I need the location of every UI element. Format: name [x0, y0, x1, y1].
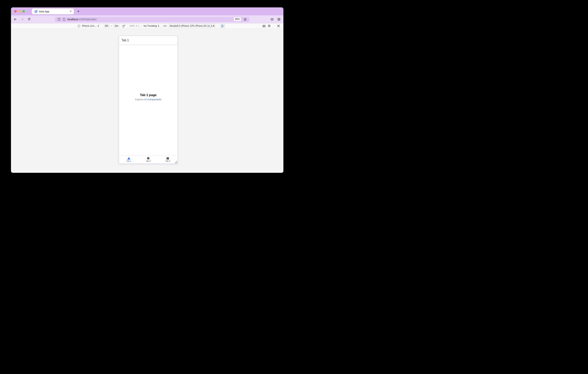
hamburger-icon [278, 18, 280, 21]
url-path: :4200/tabs/tab1 [78, 18, 97, 21]
rotate-phone-icon [122, 24, 126, 28]
ua-label: UA: [163, 25, 167, 27]
toolbar-separator [259, 23, 259, 29]
ionic-header: Tab 1 [119, 36, 178, 45]
chevron-updown-icon [158, 25, 159, 27]
url-text: localhost:4200/tabs/tab1 [67, 18, 97, 21]
throttling-selector[interactable]: No Throttling [144, 25, 159, 27]
browser-tab-ionic-app[interactable]: Ionic App × [32, 9, 74, 14]
subtitle-text: Explore [135, 98, 143, 101]
tab-title: Ionic App [39, 10, 69, 13]
page-info-icon[interactable] [63, 18, 65, 21]
minimize-window-button[interactable] [18, 10, 21, 13]
close-rdm-button[interactable] [276, 24, 281, 28]
maximize-window-button[interactable] [22, 10, 25, 13]
app-menu-button[interactable] [276, 17, 282, 22]
rdm-right-controls: ⚙ [257, 23, 281, 29]
back-arrow-icon [14, 18, 17, 21]
close-icon [277, 25, 280, 27]
device-selector-value: iPhone 12/1… [82, 25, 97, 27]
chevron-updown-icon [98, 25, 99, 27]
device-selector[interactable]: iPhone 12/1… [82, 25, 99, 27]
tab-label: Tab 2 [146, 160, 150, 162]
dpr-selector-value: DPR: 3 [130, 25, 137, 27]
toolbar-separator [218, 23, 218, 29]
tab-button-tab1[interactable]: Tab 1 [119, 156, 138, 163]
toolbar-separator [274, 23, 274, 29]
content-area: Tab 1 Tab 1 page Explore UI Components T… [11, 29, 284, 173]
touch-pointer-icon [221, 24, 224, 27]
dpr-selector[interactable]: DPR: 3 [130, 25, 140, 27]
close-window-button[interactable] [14, 10, 17, 13]
bookmark-star-button[interactable] [243, 17, 247, 21]
triangle-icon [127, 157, 130, 160]
navigation-bar: localhost:4200/tabs/tab1 80% [11, 15, 284, 23]
pocket-button[interactable] [269, 17, 275, 22]
pocket-icon [270, 18, 274, 21]
traffic-lights [14, 10, 25, 13]
page-title: Tab 1 [121, 39, 129, 42]
camera-icon [262, 24, 266, 28]
forward-button[interactable] [20, 17, 25, 22]
page-content: Tab 1 page Explore UI Components [119, 93, 178, 101]
tab-close-icon[interactable]: × [69, 9, 73, 13]
viewport-width-input[interactable] [103, 24, 110, 28]
toolbar-separator [128, 23, 128, 29]
tab-button-tab2[interactable]: Tab 2 [138, 156, 158, 163]
new-tab-button[interactable]: + [76, 9, 81, 14]
tab-label: Tab 1 [126, 160, 131, 162]
ionic-tab-bar: Tab 1 Tab 2 Tab 3 [119, 156, 178, 163]
reload-icon [27, 18, 31, 21]
ui-components-link[interactable]: UI Components [144, 98, 161, 101]
shield-icon[interactable] [57, 18, 61, 21]
viewport-resize-handle[interactable] [174, 160, 177, 163]
chevron-updown-icon [138, 25, 140, 27]
user-agent-input[interactable] [168, 24, 216, 28]
zoom-level-badge[interactable]: 80% [234, 17, 241, 21]
rdm-toolbar: iPhone 12/1… × DPR: 3 No Throttling UA: [11, 23, 284, 29]
ionic-favicon-icon [34, 10, 38, 13]
content-title: Tab 1 page [119, 93, 178, 97]
toolbar-separator [161, 23, 161, 29]
throttling-selector-value: No Throttling [144, 25, 157, 27]
touch-simulation-toggle[interactable] [220, 24, 225, 28]
device-viewport: Tab 1 Tab 1 page Explore UI Components T… [119, 36, 178, 164]
titlebar: Ionic App × + [11, 7, 284, 15]
rdm-settings-button[interactable]: ⚙ [267, 24, 272, 28]
circle-icon [147, 157, 149, 160]
toolbar-separator [101, 23, 101, 29]
back-button[interactable] [13, 17, 18, 22]
browser-window: Ionic App × + localhost:4200/tabs/tab1 8… [11, 7, 284, 173]
dimension-separator: × [111, 25, 112, 27]
star-icon [243, 18, 247, 21]
square-icon [167, 157, 169, 160]
viewport-height-input[interactable] [113, 24, 120, 28]
content-subtitle: Explore UI Components [119, 98, 178, 101]
gear-icon: ⚙ [268, 24, 271, 28]
forward-arrow-icon [21, 18, 24, 21]
rotate-viewport-button[interactable] [122, 24, 126, 28]
url-bar[interactable]: localhost:4200/tabs/tab1 80% [55, 17, 249, 22]
screenshot-button[interactable] [261, 24, 267, 28]
reload-button[interactable] [26, 17, 32, 22]
tab-label: Tab 3 [165, 160, 170, 162]
responsive-mode-icon [77, 24, 81, 28]
url-host: localhost [67, 18, 78, 21]
